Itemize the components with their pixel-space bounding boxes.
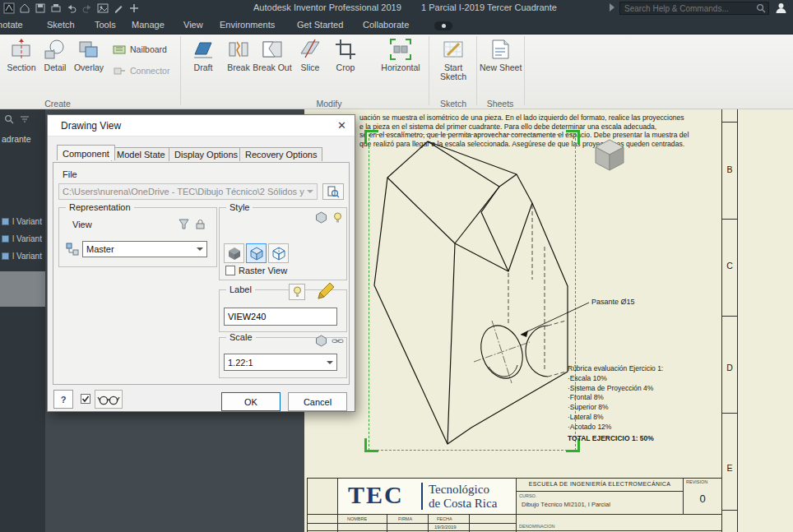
browser-item-variant-1[interactable]: l Variant [2,217,42,226]
tab-recovery-options[interactable]: Recovery Options [239,147,322,161]
style-shaded-edges-button[interactable] [246,243,267,263]
style-bulb-icon[interactable] [332,211,344,224]
help-button[interactable]: ? [53,390,73,409]
tab-view[interactable]: View [183,20,203,30]
save-icon[interactable] [35,2,46,14]
overlay-icon [77,38,100,61]
crop-button[interactable]: Crop [329,38,362,72]
browser-filter-icon[interactable] [20,115,30,123]
connector-button[interactable]: Connector [113,64,169,77]
tab-tools[interactable]: Tools [95,20,116,30]
group-label-modify[interactable]: Modify [304,99,354,109]
selection-corner-tr[interactable] [566,130,580,144]
search-input[interactable] [619,2,769,15]
file-path-value: C:\Users\nurena\OneDrive - TEC\Dibujo Té… [63,187,307,197]
representation-label: Representation [66,202,134,212]
preview-checkbox[interactable] [81,394,90,404]
raster-view-checkbox[interactable] [225,266,235,275]
glasses-icon [97,393,120,406]
tab-overflow-icon[interactable] [434,21,452,30]
image-icon[interactable] [97,2,109,14]
scale-select[interactable]: 1.22:1 [224,354,337,371]
collapse-arrow-icon[interactable] [610,3,614,12]
ribbon: Section Detail Overlay Nailboard Connect… [0,35,793,109]
style-box-icon[interactable] [315,211,327,224]
cancel-button[interactable]: Cancel [288,392,347,411]
label-visibility-button[interactable] [289,284,305,300]
tab-component[interactable]: Component [57,145,115,160]
browse-button[interactable] [322,183,344,200]
group-label-sheets[interactable]: Sheets [481,99,519,109]
tab-display-options[interactable]: Display Options [169,147,243,161]
search-icon[interactable] [756,3,766,13]
tab-sketch[interactable]: Sketch [47,20,75,30]
style-wireframe-button[interactable] [268,243,289,263]
titlebar: Autodesk Inventor Professional 2019 1 Pa… [0,0,793,16]
tab-model-state[interactable]: Model State [111,147,171,161]
edit-pencil-icon[interactable] [315,280,336,301]
shaded-cube-icon [227,246,242,261]
redo-icon[interactable] [81,2,93,14]
scale-box-icon[interactable] [315,335,327,347]
view-representation-select[interactable]: Master [82,241,207,257]
view-filter-icon[interactable] [178,218,190,230]
ok-button[interactable]: OK [221,392,281,411]
print-icon[interactable] [50,2,62,14]
view-label-input[interactable] [224,308,337,326]
zone-letter-c: C [723,261,736,271]
style-shaded-button[interactable] [224,243,244,263]
close-icon[interactable]: ✕ [337,119,346,132]
undo-icon[interactable] [66,2,77,14]
start-sketch-button[interactable]: Start Sketch [434,38,473,81]
section-button[interactable]: Section [3,38,39,72]
hole-annotation[interactable]: Pasante Ø15 [591,298,635,306]
tab-environments[interactable]: Environments [220,20,275,30]
section-label: Section [3,63,39,72]
ribbon-separator [180,36,181,105]
selection-corner-tl[interactable] [364,130,378,144]
app-logo-icon[interactable] [3,2,15,14]
browser-item-variant-2[interactable]: l Variant [2,234,42,243]
drawing-view-selection[interactable] [369,134,576,451]
browser-item-label: l Variant [12,252,42,261]
sketch-pencil-icon[interactable] [113,2,124,14]
nailboard-button[interactable]: Nailboard [113,43,167,56]
browser-thumbnail[interactable] [0,271,45,307]
view-lock-icon[interactable] [194,218,206,230]
browser-search-icon[interactable] [4,114,14,124]
plus-icon[interactable] [128,2,140,14]
start-sketch-icon [442,38,465,61]
file-label: File [63,169,77,179]
dialog-titlebar[interactable]: Drawing View ✕ [48,115,355,136]
break-button[interactable]: Break [223,38,254,72]
slice-icon [299,38,322,61]
break-out-button[interactable]: Break Out [252,38,293,72]
group-label-create[interactable]: Create [33,99,82,109]
rubric-item: ·Frontal 8% [568,393,663,403]
tab-collaborate[interactable]: Collaborate [363,20,409,30]
overlay-button[interactable]: Overlay [71,38,107,72]
home-icon[interactable] [19,2,30,14]
horizontal-icon [389,38,412,61]
titleblock-line [516,491,683,492]
tab-manage[interactable]: Manage [132,20,165,30]
new-sheet-button[interactable]: New Sheet [480,38,521,72]
group-label-sketch[interactable]: Sketch [432,99,475,109]
draft-button[interactable]: Draft [186,38,220,72]
file-path-combo[interactable]: C:\Users\nurena\OneDrive - TEC\Dibujo Té… [58,183,318,200]
slice-button[interactable]: Slice [294,38,326,72]
selection-corner-bl[interactable] [364,438,378,452]
zone-tick [721,219,738,220]
shaded-edges-cube-icon [249,246,264,261]
browser-item-variant-3[interactable]: l Variant [2,252,42,261]
browser-doc-name[interactable]: adrante [2,134,31,144]
scale-link-icon[interactable] [332,335,344,347]
detail-button[interactable]: Detail [39,38,72,72]
zone-letter-e: E [723,463,736,473]
preview-button[interactable] [95,390,123,409]
titleblock-line [428,514,429,532]
tab-annotate[interactable]: nnotate [0,20,23,30]
horizontal-button[interactable]: Horizontal [377,38,424,72]
tab-get-started[interactable]: Get Started [297,20,343,30]
user-icon[interactable] [775,2,787,14]
